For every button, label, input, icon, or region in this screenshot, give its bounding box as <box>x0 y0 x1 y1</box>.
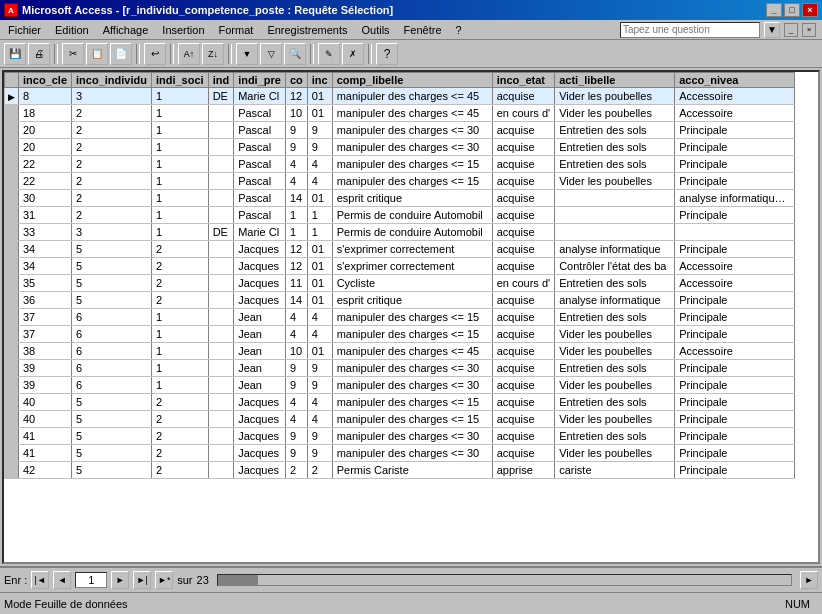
table-row[interactable]: 3121Pascal11Permis de conduire Automobil… <box>5 207 795 224</box>
table-cell[interactable]: en cours d' <box>492 275 554 292</box>
table-cell[interactable]: Principale <box>675 360 795 377</box>
table-cell[interactable] <box>555 207 675 224</box>
table-cell[interactable]: Principale <box>675 377 795 394</box>
table-row[interactable]: 4152Jacques99manipuler des charges <= 30… <box>5 445 795 462</box>
table-cell[interactable]: Jacques <box>234 241 286 258</box>
table-cell[interactable]: 2 <box>151 258 208 275</box>
table-cell[interactable]: Principale <box>675 241 795 258</box>
table-cell[interactable]: apprise <box>492 462 554 479</box>
table-cell[interactable]: acquise <box>492 207 554 224</box>
table-cell[interactable] <box>208 462 234 479</box>
table-cell[interactable]: Vider les poubelles <box>555 445 675 462</box>
doc-minimize-button[interactable]: _ <box>784 23 798 37</box>
table-cell[interactable]: 14 <box>285 190 307 207</box>
tb-undo-btn[interactable]: ↩ <box>144 43 166 65</box>
table-cell[interactable]: 39 <box>19 360 72 377</box>
table-cell[interactable]: 9 <box>285 377 307 394</box>
close-button[interactable]: × <box>802 3 818 17</box>
table-cell[interactable]: Entretien des sols <box>555 360 675 377</box>
menu-fenetre[interactable]: Fenêtre <box>398 22 448 38</box>
table-cell[interactable]: manipuler des charges <= 15 <box>332 309 492 326</box>
table-cell[interactable]: Permis de conduire Automobil <box>332 224 492 241</box>
table-row[interactable]: 3552Jacques1101Cyclisteen cours d'Entret… <box>5 275 795 292</box>
table-row[interactable]: 3331DEMarie Cl11Permis de conduire Autom… <box>5 224 795 241</box>
table-cell[interactable]: acquise <box>492 309 554 326</box>
table-cell[interactable]: Vider les poubelles <box>555 326 675 343</box>
table-row[interactable]: 4052Jacques44manipuler des charges <= 15… <box>5 411 795 428</box>
table-cell[interactable]: 1 <box>151 207 208 224</box>
table-cell[interactable]: 9 <box>307 377 332 394</box>
table-cell[interactable]: 1 <box>151 122 208 139</box>
table-cell[interactable] <box>208 258 234 275</box>
tb-cut-btn[interactable]: ✂ <box>62 43 84 65</box>
table-cell[interactable]: 2 <box>72 122 152 139</box>
table-cell[interactable]: acquise <box>492 241 554 258</box>
table-cell[interactable]: 2 <box>151 394 208 411</box>
table-cell[interactable]: 1 <box>151 326 208 343</box>
table-cell[interactable]: 9 <box>307 360 332 377</box>
question-btn[interactable]: ▼ <box>764 22 780 38</box>
table-cell[interactable]: 4 <box>285 326 307 343</box>
table-cell[interactable]: Jacques <box>234 445 286 462</box>
col-indi_pre[interactable]: indi_pre <box>234 73 286 88</box>
table-cell[interactable]: Jean <box>234 377 286 394</box>
tb-new-btn[interactable]: ✎ <box>318 43 340 65</box>
table-cell[interactable]: Entretien des sols <box>555 309 675 326</box>
table-cell[interactable]: manipuler des charges <= 45 <box>332 105 492 122</box>
table-cell[interactable]: Accessoire <box>675 88 795 105</box>
table-cell[interactable]: Jean <box>234 326 286 343</box>
table-cell[interactable]: Pascal <box>234 207 286 224</box>
tb-search-btn[interactable]: 🔍 <box>284 43 306 65</box>
table-cell[interactable] <box>208 190 234 207</box>
table-cell[interactable]: 2 <box>72 173 152 190</box>
table-cell[interactable]: 4 <box>307 156 332 173</box>
table-cell[interactable] <box>208 394 234 411</box>
table-cell[interactable]: Jacques <box>234 275 286 292</box>
table-cell[interactable]: 42 <box>19 462 72 479</box>
table-cell[interactable]: 5 <box>72 394 152 411</box>
table-row[interactable]: 4152Jacques99manipuler des charges <= 30… <box>5 428 795 445</box>
table-row[interactable]: 3021Pascal1401esprit critiqueacquiseanal… <box>5 190 795 207</box>
col-ind[interactable]: ind <box>208 73 234 88</box>
table-row[interactable]: 3761Jean44manipuler des charges <= 15acq… <box>5 309 795 326</box>
table-cell[interactable]: 3 <box>72 88 152 105</box>
table-cell[interactable]: 5 <box>72 428 152 445</box>
table-cell[interactable]: 2 <box>307 462 332 479</box>
table-cell[interactable]: 9 <box>307 428 332 445</box>
table-cell[interactable] <box>208 428 234 445</box>
table-cell[interactable]: Principale <box>675 394 795 411</box>
table-cell[interactable]: Accessoire <box>675 343 795 360</box>
tb-sort-asc-btn[interactable]: A↑ <box>178 43 200 65</box>
table-cell[interactable]: 1 <box>151 309 208 326</box>
table-cell[interactable]: Jacques <box>234 258 286 275</box>
table-cell[interactable]: Accessoire <box>675 258 795 275</box>
table-cell[interactable]: 22 <box>19 156 72 173</box>
table-cell[interactable]: Jean <box>234 343 286 360</box>
table-cell[interactable] <box>555 224 675 241</box>
table-cell[interactable] <box>208 343 234 360</box>
table-cell[interactable]: acquise <box>492 343 554 360</box>
table-cell[interactable]: acquise <box>492 156 554 173</box>
table-cell[interactable]: manipuler des charges <= 15 <box>332 156 492 173</box>
tb-apply-filter-btn[interactable]: ▽ <box>260 43 282 65</box>
table-cell[interactable]: 10 <box>285 343 307 360</box>
table-cell[interactable]: Jacques <box>234 394 286 411</box>
table-cell[interactable]: Principale <box>675 139 795 156</box>
table-cell[interactable]: 1 <box>151 377 208 394</box>
menu-format[interactable]: Format <box>213 22 260 38</box>
table-cell[interactable]: manipuler des charges <= 30 <box>332 122 492 139</box>
table-cell[interactable]: esprit critique <box>332 292 492 309</box>
table-cell[interactable]: 38 <box>19 343 72 360</box>
table-cell[interactable]: acquise <box>492 394 554 411</box>
table-cell[interactable]: acquise <box>492 445 554 462</box>
tb-copy-btn[interactable]: 📋 <box>86 43 108 65</box>
table-cell[interactable]: 1 <box>285 207 307 224</box>
table-cell[interactable]: analyse informatique <box>555 241 675 258</box>
table-cell[interactable]: 20 <box>19 139 72 156</box>
table-cell[interactable]: Vider les poubelles <box>555 411 675 428</box>
table-cell[interactable]: analyse informatique <box>555 292 675 309</box>
table-row[interactable]: 2021Pascal99manipuler des charges <= 30a… <box>5 122 795 139</box>
table-cell[interactable]: Jean <box>234 309 286 326</box>
table-cell[interactable]: 10 <box>285 105 307 122</box>
table-cell[interactable]: Principale <box>675 428 795 445</box>
